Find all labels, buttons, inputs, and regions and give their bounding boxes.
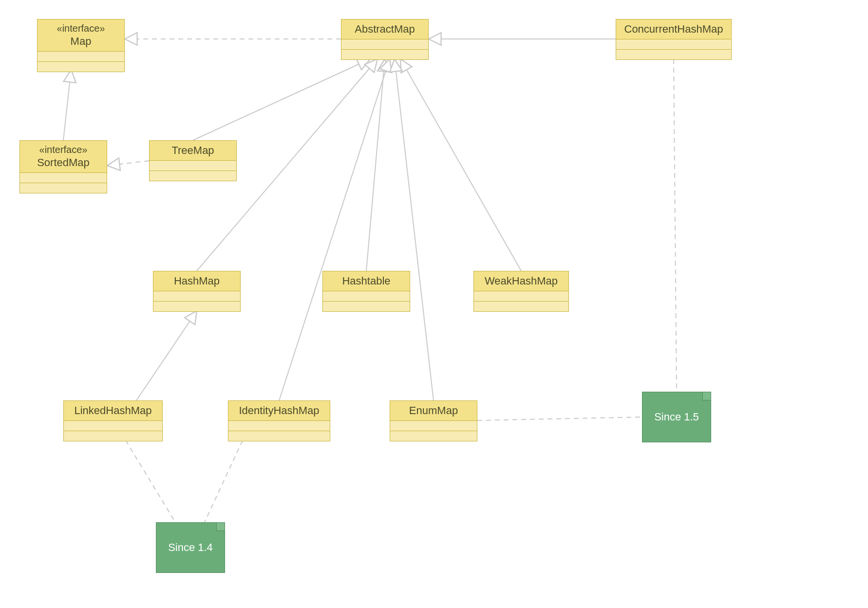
class-title: HashMap [153, 271, 240, 291]
connector-generalization [63, 70, 71, 140]
attributes-slot [323, 291, 410, 302]
stereotype-label: «interface» [42, 22, 119, 35]
connectors-layer [0, 0, 868, 608]
connector-generalization [395, 59, 434, 400]
class-name-label: WeakHashMap [485, 275, 558, 287]
class-name-label: IdentityHashMap [239, 404, 319, 417]
connector-note [477, 417, 642, 420]
class-tree-map: TreeMap [149, 140, 237, 181]
class-name-label: TreeMap [171, 144, 214, 156]
class-name-label: Map [71, 35, 92, 47]
attributes-slot [38, 52, 124, 62]
class-name-label: AbstractMap [355, 23, 415, 35]
attributes-slot [474, 291, 568, 302]
connector-generalization [366, 59, 385, 271]
class-hash-map: HashMap [153, 271, 241, 312]
class-name-label: LinkedHashMap [75, 404, 152, 417]
class-concurrent-hash-map: ConcurrentHashMap [616, 19, 732, 60]
connector-realization [107, 161, 149, 166]
operations-slot [390, 431, 477, 441]
attributes-slot [150, 161, 236, 171]
connector-generalization [193, 59, 370, 140]
connector-note [674, 59, 677, 392]
attributes-slot [390, 421, 477, 431]
note-fold-icon [702, 392, 711, 400]
operations-slot [341, 50, 428, 59]
operations-slot [153, 302, 240, 311]
connector-note [205, 440, 243, 522]
class-identity-hash-map: IdentityHashMap [228, 400, 330, 441]
class-weak-hash-map: WeakHashMap [473, 271, 569, 312]
class-title: IdentityHashMap [228, 401, 330, 421]
note-text: Since 1.4 [168, 541, 213, 554]
class-title: ConcurrentHashMap [616, 19, 731, 39]
connector-generalization [279, 59, 390, 400]
class-hashtable: Hashtable [322, 271, 410, 312]
class-name-label: ConcurrentHashMap [624, 23, 723, 35]
class-title: EnumMap [390, 401, 477, 421]
class-name-label: HashMap [174, 275, 220, 287]
stereotype-label: «interface» [25, 144, 102, 156]
class-title: «interface» Map [38, 19, 124, 52]
class-map: «interface» Map [37, 19, 125, 72]
class-abstract-map: AbstractMap [341, 19, 429, 60]
class-title: LinkedHashMap [64, 401, 162, 421]
class-name-label: SortedMap [37, 156, 90, 169]
operations-slot [323, 302, 410, 311]
class-enum-map: EnumMap [390, 400, 477, 441]
operations-slot [20, 183, 107, 193]
attributes-slot [341, 39, 428, 50]
connector-generalization [400, 59, 521, 271]
class-name-label: EnumMap [409, 404, 458, 417]
attributes-slot [20, 173, 107, 183]
attributes-slot [153, 291, 240, 302]
class-sorted-map: «interface» SortedMap [19, 140, 107, 193]
class-title: WeakHashMap [474, 271, 568, 291]
attributes-slot [64, 421, 162, 431]
note-since-1-5: Since 1.5 [642, 392, 711, 442]
note-fold-icon [216, 523, 225, 531]
note-text: Since 1.5 [654, 411, 699, 423]
class-title: «interface» SortedMap [20, 141, 107, 173]
operations-slot [150, 171, 236, 181]
class-linked-hash-map: LinkedHashMap [63, 400, 163, 441]
class-title: AbstractMap [341, 19, 428, 39]
attributes-slot [228, 421, 330, 431]
operations-slot [64, 431, 162, 441]
connector-note [126, 440, 175, 522]
connector-generalization [136, 311, 197, 400]
class-title: TreeMap [150, 141, 236, 161]
operations-slot [474, 302, 568, 311]
class-name-label: Hashtable [342, 275, 390, 287]
note-since-1-4: Since 1.4 [156, 522, 225, 573]
operations-slot [228, 431, 330, 441]
attributes-slot [616, 39, 731, 50]
operations-slot [616, 50, 731, 59]
operations-slot [38, 62, 124, 72]
class-title: Hashtable [323, 271, 410, 291]
